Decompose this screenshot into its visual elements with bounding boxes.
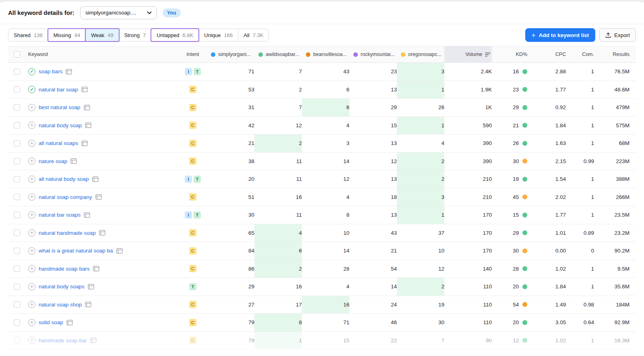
tab-shared[interactable]: Shared 138 [8,29,48,41]
add-keyword-icon[interactable] [28,265,35,272]
row-checkbox[interactable] [14,337,20,344]
add-keyword-icon[interactable] [28,122,35,129]
column-header-kd[interactable]: KD% [492,46,527,62]
row-checkbox[interactable] [14,176,20,182]
row-checkbox[interactable] [14,86,20,93]
position-cell: 16 [302,296,349,314]
keyword-link[interactable]: natural handmade soap [39,230,96,236]
keyword-link[interactable]: all natural soaps [39,140,78,146]
add-keyword-icon[interactable] [28,193,35,201]
row-checkbox[interactable] [14,68,20,75]
column-header-competitor[interactable]: awildsoapbar... [254,46,302,62]
column-header-cpc[interactable]: CPC [527,46,566,62]
export-button[interactable]: Export [599,28,636,42]
keyword-link[interactable]: solid soap [39,319,63,325]
add-keyword-icon[interactable] [28,104,35,111]
kd-cell: 21 [492,117,527,135]
add-keyword-icon[interactable] [28,211,35,219]
keyword-link[interactable]: natural body soap [39,122,82,128]
row-checkbox[interactable] [14,140,20,147]
keyword-link[interactable]: handmade soap bar [39,337,87,344]
tab-weak[interactable]: Weak 49 [85,29,119,41]
row-checkbox[interactable] [14,194,20,200]
column-header-volume[interactable]: Volume [444,46,492,62]
row-checkbox[interactable] [14,248,20,254]
add-keyword-icon[interactable] [28,176,35,183]
tab-unique[interactable]: Unique 166 [198,29,238,41]
serp-features-icon[interactable] [88,284,94,290]
row-checkbox[interactable] [14,319,20,326]
row-checkbox[interactable] [14,104,20,111]
keyword-link[interactable]: handmade soap bars [39,266,90,272]
serp-features-icon[interactable] [116,248,123,254]
keyword-link[interactable]: natural bar soap [39,87,78,93]
add-keyword-icon[interactable] [28,319,35,326]
kd-cell: 16 [492,63,527,81]
keyword-link[interactable]: all natural body soap [39,176,89,182]
position-cell: 12 [397,260,444,278]
column-header-competitor[interactable]: simplyorgani... [207,46,254,62]
tab-untapped[interactable]: Untapped 6.8K [151,29,199,41]
keyword-link[interactable]: what is a great natural soap ba [39,248,113,254]
serp-features-icon[interactable] [66,320,73,325]
serp-features-icon[interactable] [90,337,97,343]
serp-features-icon[interactable] [84,212,90,218]
column-header-com[interactable]: Com. [566,46,594,62]
row-checkbox[interactable] [14,230,20,236]
position-cell: 29 [207,278,254,296]
add-keyword-icon[interactable] [28,229,35,236]
keyword-link[interactable]: nature soap [39,158,67,164]
kd-cell: 20 [492,278,527,296]
keyword-link[interactable]: best natural soap [39,104,80,110]
add-keyword-icon[interactable] [28,157,35,165]
kd-value: 26 [513,140,519,146]
add-keyword-icon[interactable] [28,140,35,147]
serp-features-icon[interactable] [70,158,77,164]
row-checkbox[interactable] [14,212,20,218]
serp-features-icon[interactable] [92,176,99,182]
row-checkbox[interactable] [14,158,20,164]
table-row: all natural soaps C 2123134390 26 1.63 1… [8,135,636,153]
competitor-domain: oregonsoapc... [408,52,442,57]
position-cell: 29 [349,99,397,116]
add-to-keyword-list-button[interactable]: + Add to keyword list [525,28,595,42]
intent-badges: C [179,99,207,116]
added-check-icon[interactable] [28,68,35,75]
added-check-icon[interactable] [28,86,35,93]
domain-select[interactable]: simplyorganicsoap.... [80,6,157,19]
keyword-link[interactable]: natural bar soaps [39,212,80,218]
tab-all[interactable]: All 7.3K [238,29,269,41]
add-keyword-icon[interactable] [28,247,35,255]
keyword-link[interactable]: natural body soaps [39,284,85,290]
competitor-dot-icon [353,52,358,57]
serp-features-icon[interactable] [85,122,91,128]
com-cell: 1 [566,278,594,296]
add-keyword-icon[interactable] [28,283,35,290]
row-checkbox[interactable] [14,265,20,272]
serp-features-icon[interactable] [66,69,72,75]
row-checkbox[interactable] [14,284,20,290]
select-all-checkbox[interactable] [14,51,20,58]
serp-features-icon[interactable] [81,87,88,92]
tab-strong[interactable]: Strong 7 [119,29,152,41]
column-header-competitor[interactable]: bearsvillesoa... [302,46,349,62]
column-header-competitor[interactable]: oregonsoapc... [397,46,444,62]
row-checkbox[interactable] [14,301,20,308]
serp-features-icon[interactable] [81,141,88,146]
tab-missing[interactable]: Missing 44 [48,29,86,41]
keyword-link[interactable]: natural soap shop [39,302,82,308]
add-keyword-icon[interactable] [28,301,35,308]
add-keyword-icon[interactable] [28,337,35,344]
keyword-link[interactable]: natural soap company [39,194,92,200]
serp-features-icon[interactable] [84,105,90,110]
serp-features-icon[interactable] [95,194,102,200]
row-checkbox[interactable] [14,122,20,128]
serp-features-icon[interactable] [93,266,99,271]
column-header-competitor[interactable]: rockymountai... [349,46,397,62]
keyword-link[interactable]: soap bars [39,68,62,75]
serp-features-icon[interactable] [99,230,105,236]
row-checkbox-cell [8,224,28,242]
serp-features-icon[interactable] [85,302,91,307]
position-cell: 1 [397,81,444,99]
column-header-results[interactable]: Results [594,46,636,62]
